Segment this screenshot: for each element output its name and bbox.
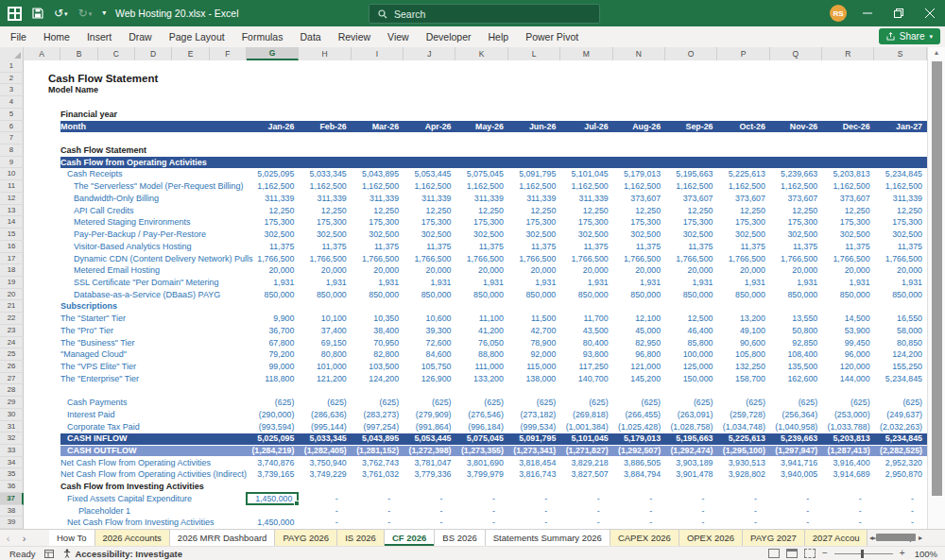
cell-Q38[interactable]: -: [770, 505, 809, 518]
cell-M39[interactable]: -: [560, 517, 599, 529]
cell-K13[interactable]: 12,250: [456, 205, 504, 217]
cell-S27[interactable]: 5,234,845: [875, 373, 922, 385]
cell-R35[interactable]: 3,914,689: [822, 468, 869, 481]
sheet-tab-2027-accou[interactable]: 2027 Accou: [805, 530, 868, 546]
share-button[interactable]: Share ▾: [879, 28, 940, 44]
cell-N17[interactable]: 1,766,500: [613, 253, 661, 265]
cell-O26[interactable]: 125,000: [665, 361, 713, 373]
cell-R27[interactable]: 144,000: [822, 373, 869, 385]
sheet-tab-2026-mrr-dashboard[interactable]: 2026 MRR Dashboard: [170, 530, 276, 546]
cell-Q33[interactable]: (1,297,947): [770, 445, 817, 457]
cell-G24[interactable]: 67,800: [247, 337, 294, 349]
cell-G33[interactable]: (1,284,219): [247, 445, 294, 457]
cell-H23[interactable]: 37,400: [299, 325, 346, 337]
cell-G22[interactable]: 9,900: [247, 313, 294, 325]
cell-P31[interactable]: (1,034,748): [717, 421, 765, 433]
cell-O24[interactable]: 85,800: [665, 337, 713, 349]
cell-O11[interactable]: 1,162,500: [665, 180, 713, 193]
sheet-tab-payg-2026[interactable]: PAYG 2026: [275, 530, 337, 546]
cell-H12[interactable]: 311,339: [299, 193, 346, 205]
cell-I17[interactable]: 1,766,500: [352, 253, 399, 265]
row-label-18[interactable]: Metered Email Hosting: [74, 264, 160, 277]
cell-Q34[interactable]: 3,941,716: [770, 457, 817, 469]
cell-G19[interactable]: 1,931: [247, 277, 294, 289]
cell-G30[interactable]: (290,000): [247, 409, 294, 421]
cell-K31[interactable]: (996,184): [456, 421, 504, 433]
cell-N33[interactable]: (1,292,507): [613, 445, 661, 457]
row-header-9[interactable]: 9: [0, 157, 24, 169]
row-label-26[interactable]: The "VPS Elite" Tier: [60, 361, 136, 373]
cell-R29[interactable]: (625): [822, 397, 869, 409]
cell-H31[interactable]: (995,144): [299, 421, 346, 433]
cell-H15[interactable]: 302,500: [299, 229, 346, 241]
cell-L10[interactable]: 5,091,795: [508, 168, 556, 180]
cell-G11[interactable]: 1,162,500: [247, 180, 294, 193]
cell-S37[interactable]: -: [875, 493, 914, 505]
cell-L11[interactable]: 1,162,500: [508, 180, 556, 193]
cell-S22[interactable]: 16,550: [875, 313, 922, 325]
cell-J22[interactable]: 10,600: [404, 313, 451, 325]
cell-R31[interactable]: (1,033,788): [822, 421, 869, 433]
cell-O30[interactable]: (263,091): [665, 409, 713, 421]
cell-H34[interactable]: 3,750,940: [299, 457, 346, 469]
cell-K24[interactable]: 76,050: [456, 337, 504, 349]
cell-O38[interactable]: -: [665, 505, 704, 518]
cell-P24[interactable]: 90,600: [717, 337, 765, 349]
ribbon-tab-review[interactable]: Review: [330, 26, 379, 47]
cell-S6[interactable]: Jan-27: [875, 121, 922, 133]
row-label-39[interactable]: Net Cash Flow from Investing Activities: [67, 517, 215, 529]
cell-J38[interactable]: -: [404, 505, 442, 518]
cell-M29[interactable]: (625): [560, 397, 608, 409]
cell-S15[interactable]: 302,500: [875, 229, 922, 241]
cell-N34[interactable]: 3,886,505: [613, 457, 661, 469]
column-header-Q[interactable]: Q: [770, 47, 822, 60]
cell-M31[interactable]: (1,001,384): [560, 421, 608, 433]
row-header-22[interactable]: 22: [0, 313, 24, 325]
cell-I10[interactable]: 5,043,895: [352, 168, 399, 180]
row-header-11[interactable]: 11: [0, 180, 24, 193]
row-header-36[interactable]: 36: [0, 481, 24, 493]
cell-L37[interactable]: -: [508, 493, 547, 505]
cell-M18[interactable]: 20,000: [560, 264, 608, 277]
cell-M24[interactable]: 80,400: [560, 337, 608, 349]
sheet-tab-2026-accounts[interactable]: 2026 Accounts: [95, 530, 170, 546]
row-header-24[interactable]: 24: [0, 337, 24, 349]
restore-button[interactable]: [883, 0, 914, 26]
cell-P30[interactable]: (259,728): [717, 409, 765, 421]
row-label-6[interactable]: Month: [60, 121, 86, 133]
cell-Q20[interactable]: 850,000: [770, 289, 817, 301]
cell-M25[interactable]: 93,800: [560, 348, 608, 361]
cell-I39[interactable]: -: [352, 517, 390, 529]
cell-R32[interactable]: 5,203,813: [822, 433, 869, 445]
cell-N18[interactable]: 20,000: [613, 264, 661, 277]
cell-P39[interactable]: -: [717, 517, 756, 529]
cell-O19[interactable]: 1,931: [665, 277, 713, 289]
cell-L19[interactable]: 1,931: [508, 277, 556, 289]
row-label-21[interactable]: Subscriptions: [60, 300, 117, 313]
cell-S14[interactable]: 175,300: [875, 216, 922, 229]
sheet-tab-capex-2026[interactable]: CAPEX 2026: [610, 530, 679, 546]
cell-S11[interactable]: 1,162,500: [875, 180, 922, 193]
zoom-slider[interactable]: [834, 553, 893, 554]
cell-N27[interactable]: 145,200: [613, 373, 661, 385]
cell-S30[interactable]: (249,637): [875, 409, 922, 421]
cell-M37[interactable]: -: [560, 493, 599, 505]
cell-P22[interactable]: 13,200: [717, 313, 765, 325]
cell-H29[interactable]: (625): [299, 397, 346, 409]
row-label-2[interactable]: Cash Flow Statement: [48, 73, 158, 86]
cell-S26[interactable]: 155,250: [875, 361, 922, 373]
cell-K18[interactable]: 20,000: [456, 264, 504, 277]
row-header-34[interactable]: 34: [0, 457, 24, 469]
cell-Q30[interactable]: (256,364): [770, 409, 817, 421]
sheet-tab-payg-2027[interactable]: PAYG 2027: [743, 530, 805, 546]
cell-H26[interactable]: 101,000: [299, 361, 346, 373]
column-header-N[interactable]: N: [613, 47, 665, 60]
cell-R16[interactable]: 11,375: [822, 241, 869, 253]
cell-L39[interactable]: -: [508, 517, 547, 529]
cell-O22[interactable]: 12,500: [665, 313, 713, 325]
cell-L23[interactable]: 42,700: [508, 325, 556, 337]
cell-S12[interactable]: 311,339: [875, 193, 922, 205]
cell-M26[interactable]: 117,250: [560, 361, 608, 373]
cell-M15[interactable]: 302,500: [560, 229, 608, 241]
row-label-13[interactable]: API Call Credits: [74, 205, 134, 217]
